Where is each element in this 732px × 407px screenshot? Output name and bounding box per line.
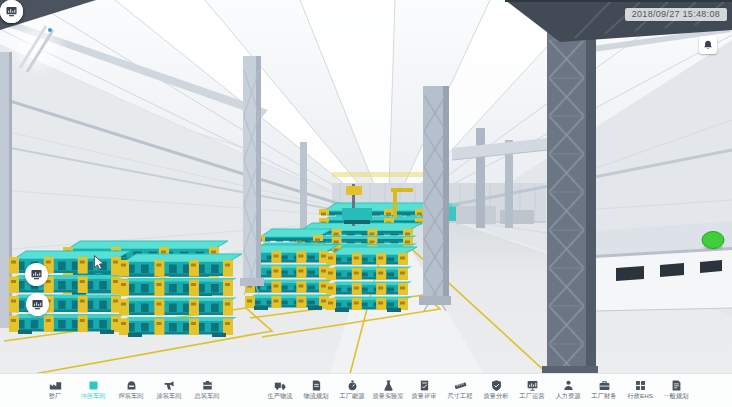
module-quality-review[interactable]: 质量评审 <box>406 374 442 407</box>
module-production-logistics[interactable]: 生产物流 <box>262 374 298 407</box>
bottom-toolbar: 整厂 冲压车间 焊装车间 涂装车间 <box>0 373 732 407</box>
flask-icon <box>382 379 395 392</box>
module-quality-analysis[interactable]: 质量分析 <box>478 374 514 407</box>
module-label: 人力资源 <box>556 393 581 400</box>
tab-stamping-shop[interactable]: 冲压车间 <box>74 374 112 407</box>
ruler-icon <box>454 379 467 392</box>
tab-welding-shop[interactable]: 焊装车间 <box>112 374 150 407</box>
module-factory-finance[interactable]: 工厂财务 <box>586 374 622 407</box>
app-window: 2018/09/27 15:48:08 <box>0 0 732 407</box>
dashboard-chart-icon <box>31 298 44 311</box>
gauge-icon <box>346 379 359 392</box>
module-factory-operations[interactable]: 工厂运营 <box>514 374 550 407</box>
module-label: 一般规划 <box>664 393 689 400</box>
tab-whole-plant[interactable]: 整厂 <box>36 374 74 407</box>
die-stack-front <box>9 251 130 334</box>
die-stack-mid <box>326 247 417 312</box>
module-quality-lab[interactable]: 质量实验室 <box>370 374 406 407</box>
plan-doc-icon <box>670 379 683 392</box>
toolbox-icon <box>201 379 214 392</box>
green-marker <box>702 232 724 249</box>
module-general-planning[interactable]: 一般规划 <box>658 374 694 407</box>
module-factory-energy[interactable]: 工厂能源 <box>334 374 370 407</box>
module-dimension-engineering[interactable]: 尺寸工程 <box>442 374 478 407</box>
module-label: 生产物流 <box>268 393 293 400</box>
module-label: 工厂能源 <box>340 393 365 400</box>
monitor-button-1[interactable] <box>25 263 48 286</box>
factory-icon <box>49 379 62 392</box>
dashboard-chart-icon <box>5 5 18 18</box>
document-icon <box>310 379 323 392</box>
shield-icon <box>490 379 503 392</box>
timestamp-chip: 2018/09/27 15:48:08 <box>625 8 727 21</box>
module-label: 质量评审 <box>412 393 437 400</box>
module-label: 行政EHS <box>627 393 652 400</box>
chart-board-icon <box>526 379 539 392</box>
tab-label: 冲压车间 <box>81 393 106 400</box>
tab-assembly-shop[interactable]: 总装车间 <box>188 374 226 407</box>
grid-icon <box>634 379 647 392</box>
module-ehs[interactable]: 行政EHS <box>622 374 658 407</box>
workshop-tabs: 整厂 冲压车间 焊装车间 涂装车间 <box>36 374 226 407</box>
tab-label: 整厂 <box>49 393 61 400</box>
module-human-resources[interactable]: 人力资源 <box>550 374 586 407</box>
module-label: 物流规划 <box>304 393 329 400</box>
module-label: 工厂财务 <box>592 393 617 400</box>
module-buttons: 生产物流 物流规划 工厂能源 质量实验 <box>262 374 694 407</box>
monitor-button-2[interactable] <box>26 293 49 316</box>
tab-label: 总装车间 <box>195 393 220 400</box>
spray-gun-icon <box>163 379 176 392</box>
tab-label: 涂装车间 <box>157 393 182 400</box>
person-icon <box>562 379 575 392</box>
module-label: 尺寸工程 <box>448 393 473 400</box>
tab-label: 焊装车间 <box>119 393 144 400</box>
stamping-icon <box>87 379 100 392</box>
dashboard-chart-icon <box>30 268 43 281</box>
module-label: 工厂运营 <box>520 393 545 400</box>
module-label: 质量分析 <box>484 393 509 400</box>
viewport-3d[interactable] <box>0 0 732 374</box>
module-label: 质量实验室 <box>372 393 403 400</box>
tab-painting-shop[interactable]: 涂装车间 <box>150 374 188 407</box>
die-stack-front <box>119 254 242 337</box>
notification-button[interactable] <box>699 36 717 54</box>
monitor-button-5[interactable] <box>0 0 23 23</box>
review-doc-icon <box>418 379 431 392</box>
factory-scene <box>0 0 732 374</box>
truck-icon <box>274 379 287 392</box>
module-logistics-planning[interactable]: 物流规划 <box>298 374 334 407</box>
welding-helmet-icon <box>125 379 138 392</box>
bell-icon <box>702 39 714 52</box>
briefcase-icon <box>598 379 611 392</box>
